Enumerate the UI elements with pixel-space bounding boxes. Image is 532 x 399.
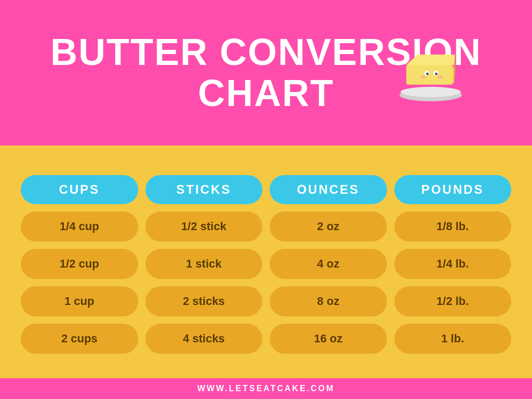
cell-sticks-3: 2 sticks <box>145 286 263 316</box>
cell-cups-1: 1/4 cup <box>21 211 138 242</box>
cell-sticks-1: 1/2 stick <box>145 211 263 242</box>
main-section: CUPS STICKS OUNCES POUNDS 1/4 cup 1/2 st… <box>0 145 532 378</box>
header-section: BUTTER CONVERSION CHART <box>0 0 532 145</box>
svg-point-7 <box>420 75 425 78</box>
cell-cups-2: 1/2 cup <box>21 249 138 279</box>
header-sticks: STICKS <box>145 175 263 204</box>
header-ounces: OUNCES <box>270 175 387 204</box>
svg-point-6 <box>436 73 437 74</box>
cell-pounds-1: 1/8 lb. <box>394 211 512 242</box>
cell-ounces-3: 8 oz <box>270 286 387 316</box>
cell-ounces-2: 4 oz <box>270 249 387 279</box>
svg-rect-2 <box>406 65 453 85</box>
footer-section: WWW.LETSEATCAKE.COM <box>0 378 532 399</box>
cell-ounces-4: 16 oz <box>270 324 387 354</box>
cell-pounds-3: 1/2 lb. <box>394 286 512 316</box>
cell-sticks-4: 4 sticks <box>145 324 263 354</box>
cell-sticks-2: 1 stick <box>145 249 263 279</box>
svg-point-5 <box>428 73 429 74</box>
svg-point-1 <box>401 87 461 97</box>
butter-eye-right <box>435 73 438 75</box>
footer-url: WWW.LETSEATCAKE.COM <box>197 384 335 393</box>
conversion-table: CUPS STICKS OUNCES POUNDS 1/4 cup 1/2 st… <box>21 175 511 354</box>
cell-pounds-2: 1/4 lb. <box>394 249 512 279</box>
butter-eye-left <box>427 73 429 75</box>
svg-point-8 <box>437 75 443 78</box>
cell-pounds-4: 1 lb. <box>394 324 512 354</box>
header-pounds: POUNDS <box>394 175 512 204</box>
header-cups: CUPS <box>21 175 138 204</box>
cell-cups-4: 2 cups <box>21 324 138 354</box>
cell-cups-3: 1 cup <box>21 286 138 316</box>
cell-ounces-1: 2 oz <box>270 211 387 242</box>
butter-illustration <box>397 44 464 101</box>
